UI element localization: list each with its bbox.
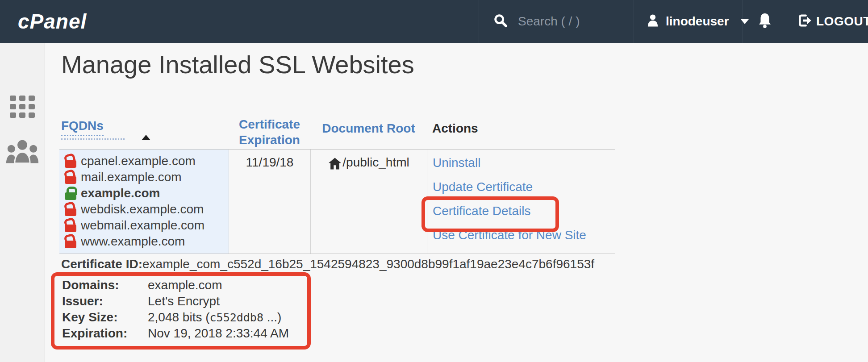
- red-open-padlock-icon: [65, 154, 77, 168]
- home-icon: [328, 155, 342, 254]
- red-open-padlock-icon: [65, 203, 77, 216]
- key-size-value: 2,048 bits (c552ddb8 ...): [148, 310, 281, 325]
- domains-label: Domains:: [62, 278, 148, 292]
- column-header-certificate-expiration: Certificate Expiration: [229, 115, 310, 149]
- expiration-label: Expiration:: [62, 326, 148, 341]
- detail-row-key-size: Key Size: 2,048 bits (c552ddb8 ...): [62, 309, 289, 325]
- certificate-id-line: Certificate ID:example_com_c552d_16b25_1…: [61, 257, 594, 271]
- cpanel-ssl-page: cPanel Search ( / ) linodeuser: [0, 0, 868, 362]
- column-header-fqdns-sortable[interactable]: FQDNs: [59, 115, 229, 149]
- use-certificate-for-new-site-link[interactable]: Use Certificate for New Site: [433, 223, 615, 247]
- fqdn-label: mail.example.com: [81, 170, 182, 184]
- detail-row-domains: Domains: example.com: [62, 277, 289, 293]
- sidebar-item-home[interactable]: [0, 96, 45, 121]
- fqdn-entry: mail.example.com: [65, 169, 229, 185]
- green-closed-padlock-icon: [65, 187, 77, 200]
- red-open-padlock-icon: [65, 235, 77, 249]
- fqdn-entry: example.com: [65, 185, 229, 201]
- key-size-label: Key Size:: [62, 310, 148, 325]
- fqdn-label: webmail.example.com: [81, 218, 204, 233]
- expiration-header-line1: Certificate: [229, 117, 310, 132]
- expiration-header-line2: Expiration: [229, 132, 310, 148]
- issuer-label: Issuer:: [62, 294, 148, 308]
- ssl-websites-table: FQDNs Certificate Expiration Document Ro…: [59, 115, 615, 254]
- fqdns-header-label: FQDNs: [61, 119, 104, 136]
- detail-row-expiration: Expiration: Nov 19, 2018 2:33:44 AM: [62, 325, 289, 341]
- logout-icon: [797, 13, 812, 29]
- nav-divider: [787, 0, 787, 43]
- nav-divider: [634, 0, 634, 43]
- fqdn-entry: cpanel.example.com: [65, 153, 229, 169]
- domains-value: example.com: [148, 278, 222, 292]
- top-navigation-bar: cPanel Search ( / ) linodeuser: [0, 0, 868, 43]
- fqdn-entry: www.example.com: [65, 233, 229, 250]
- fqdns-cell: cpanel.example.com mail.example.com exam…: [59, 150, 229, 254]
- fqdn-label: example.com: [81, 186, 160, 200]
- red-open-padlock-icon: [65, 219, 77, 233]
- search-input[interactable]: Search ( / ): [493, 0, 580, 43]
- table-row: cpanel.example.com mail.example.com exam…: [59, 149, 615, 254]
- sidebar-item-user-manager[interactable]: [0, 138, 45, 165]
- nav-divider: [479, 0, 479, 43]
- sort-ascending-icon: [142, 135, 150, 140]
- table-header-row: FQDNs Certificate Expiration Document Ro…: [59, 115, 615, 149]
- search-icon: [493, 13, 508, 30]
- fqdn-label: www.example.com: [81, 234, 185, 249]
- document-root-path: /public_html: [342, 155, 409, 254]
- fqdn-label: webdisk.example.com: [81, 202, 204, 216]
- fqdn-entry: webdisk.example.com: [65, 201, 229, 217]
- apps-grid-icon: [10, 96, 35, 121]
- logout-button[interactable]: LOGOUT: [797, 0, 868, 43]
- certificate-expiration-cell: 11/19/18: [229, 150, 310, 254]
- left-sidebar: [0, 43, 45, 362]
- certificate-id-value: example_com_c552d_16b25_1542594823_9300d…: [142, 257, 594, 271]
- key-fingerprint-mono: c552ddb8: [210, 311, 263, 324]
- column-header-actions: Actions: [427, 115, 615, 149]
- certificate-details-block: Domains: example.com Issuer: Let's Encry…: [62, 277, 289, 341]
- column-header-document-root: Document Root: [310, 115, 427, 149]
- red-open-padlock-icon: [65, 171, 77, 184]
- search-placeholder: Search ( / ): [518, 14, 580, 29]
- notifications-button[interactable]: [743, 0, 787, 43]
- issuer-value: Let's Encrypt: [148, 294, 220, 308]
- logout-label: LOGOUT: [816, 14, 868, 29]
- user-menu[interactable]: linodeuser: [646, 0, 749, 43]
- bell-icon: [757, 12, 773, 31]
- actions-cell: Uninstall Update Certificate Certificate…: [427, 150, 615, 254]
- expiration-value: Nov 19, 2018 2:33:44 AM: [148, 326, 289, 341]
- certificate-details-link[interactable]: Certificate Details: [433, 199, 615, 223]
- uninstall-link[interactable]: Uninstall: [433, 151, 615, 175]
- dotted-underline: [61, 138, 125, 140]
- detail-row-issuer: Issuer: Let's Encrypt: [62, 293, 289, 309]
- document-root-cell: /public_html: [310, 150, 427, 254]
- user-name-label: linodeuser: [666, 14, 729, 29]
- fqdn-label: cpanel.example.com: [81, 154, 196, 168]
- page-title: Manage Installed SSL Websites: [61, 50, 414, 79]
- update-certificate-link[interactable]: Update Certificate: [433, 175, 615, 199]
- cpanel-logo[interactable]: cPanel: [18, 0, 87, 43]
- user-icon: [646, 13, 659, 29]
- certificate-id-label: Certificate ID:: [61, 257, 142, 271]
- user-groups-icon: [5, 138, 39, 165]
- fqdn-entry: webmail.example.com: [65, 217, 229, 233]
